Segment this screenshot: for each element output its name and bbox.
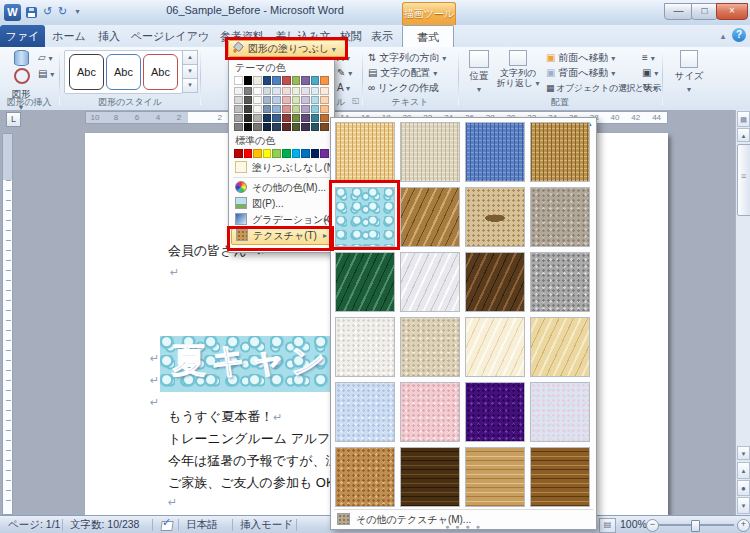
insert-mode-indicator[interactable]: 挿入モード: [240, 516, 293, 533]
standard-color-8[interactable]: [311, 149, 320, 158]
tab-view[interactable]: 表示: [366, 25, 398, 47]
standard-color-6[interactable]: [292, 149, 301, 158]
theme-color-4-variant-3[interactable]: [272, 114, 281, 122]
edit-shape-icon[interactable]: ▱ ▾: [38, 51, 52, 65]
theme-color-6-variant-0[interactable]: [292, 87, 301, 95]
close-button[interactable]: ×: [716, 3, 748, 20]
theme-color-5-variant-1[interactable]: [282, 96, 291, 104]
wrap-text-button[interactable]: 文字列の折り返し ▾: [496, 50, 540, 89]
wordart-dialog-launcher-icon[interactable]: ◱: [352, 94, 360, 108]
standard-color-1[interactable]: [244, 149, 253, 158]
theme-color-1-variant-2[interactable]: [244, 105, 253, 113]
shape-style-3[interactable]: Abc: [143, 54, 178, 90]
theme-color-8-variant-4[interactable]: [311, 123, 320, 131]
theme-color-1-variant-4[interactable]: [244, 123, 253, 131]
theme-color-2-variant-0[interactable]: [253, 87, 262, 95]
language-indicator[interactable]: 日本語: [186, 516, 218, 533]
theme-color-7-variant-3[interactable]: [301, 114, 310, 122]
scrollbar-thumb[interactable]: [737, 144, 750, 216]
standard-color-4[interactable]: [272, 149, 281, 158]
bring-forward-button[interactable]: ▣ 前面へ移動 ▾: [546, 51, 615, 65]
theme-color-3-variant-2[interactable]: [263, 105, 272, 113]
redo-icon[interactable]: ↻: [55, 4, 70, 20]
create-link-button[interactable]: ∞ リンクの作成: [368, 81, 439, 95]
theme-color-0-variant-1[interactable]: [234, 96, 243, 104]
texture-blue-tissue-paper[interactable]: [335, 382, 395, 442]
theme-color-7-variant-0[interactable]: [301, 87, 310, 95]
theme-color-9-variant-1[interactable]: [320, 96, 329, 104]
texture-granite[interactable]: [530, 252, 590, 312]
texture-sand[interactable]: [530, 187, 590, 247]
theme-color-8-variant-0[interactable]: [311, 87, 320, 95]
theme-color-2-variant-1[interactable]: [253, 96, 262, 104]
texture-white-marble[interactable]: [400, 252, 460, 312]
theme-color-5-variant-4[interactable]: [282, 123, 291, 131]
body-line[interactable]: もうすぐ夏本番！↵: [168, 408, 282, 426]
theme-color-6-variant-3[interactable]: [292, 114, 301, 122]
standard-color-5[interactable]: [282, 149, 291, 158]
send-backward-button[interactable]: ▣ 背面へ移動 ▾: [546, 66, 615, 80]
texture-paper-bag[interactable]: [400, 187, 460, 247]
theme-color-4-variant-1[interactable]: [272, 96, 281, 104]
collapse-ribbon-icon[interactable]: ▴: [716, 29, 730, 43]
texture-brown-marble[interactable]: [465, 252, 525, 312]
qat-dropdown-icon[interactable]: ▾: [70, 4, 85, 20]
theme-color-2[interactable]: [253, 76, 262, 85]
view-mode-button[interactable]: ▤: [599, 518, 616, 533]
theme-color-1-variant-3[interactable]: [244, 114, 253, 122]
help-icon[interactable]: ?: [732, 28, 746, 42]
theme-color-9-variant-3[interactable]: [320, 114, 329, 122]
tab-selector-button[interactable]: L: [6, 112, 21, 127]
texture-green-marble[interactable]: [335, 252, 395, 312]
standard-color-7[interactable]: [301, 149, 310, 158]
theme-color-2-variant-2[interactable]: [253, 105, 262, 113]
zoom-in-icon[interactable]: +: [737, 519, 750, 532]
tab-home[interactable]: ホーム: [48, 25, 90, 47]
theme-color-3[interactable]: [263, 76, 272, 85]
theme-color-8-variant-1[interactable]: [311, 96, 320, 104]
position-button[interactable]: 位置▾: [464, 50, 494, 94]
theme-color-5-variant-2[interactable]: [282, 105, 291, 113]
rotate-objects-icon[interactable]: ↻ ▾: [642, 81, 657, 95]
theme-color-9-variant-0[interactable]: [320, 87, 329, 95]
shape-style-2[interactable]: Abc: [106, 54, 141, 90]
texture-papyrus[interactable]: [335, 122, 395, 182]
texture-recycled-paper[interactable]: [400, 317, 460, 377]
spellcheck-icon[interactable]: [160, 519, 173, 530]
menu-item-more-colors[interactable]: その他の色(M)...: [231, 180, 332, 195]
theme-color-3-variant-0[interactable]: [263, 87, 272, 95]
text-direction-button[interactable]: ⇅ 文字列の方向 ▾: [368, 51, 446, 65]
theme-color-2-variant-4[interactable]: [253, 123, 262, 131]
zoom-slider-thumb[interactable]: [691, 520, 700, 532]
texture-newsprint[interactable]: [335, 317, 395, 377]
menu-item-no-fill[interactable]: 塗りつぶしなし(N): [231, 160, 332, 175]
theme-color-4[interactable]: [272, 76, 281, 85]
texture-parchment[interactable]: [465, 317, 525, 377]
align-objects-icon[interactable]: ≡ ▾: [642, 51, 655, 65]
theme-color-0-variant-0[interactable]: [234, 87, 243, 95]
shape-style-1[interactable]: Abc: [69, 54, 104, 90]
theme-color-9-variant-2[interactable]: [320, 105, 329, 113]
menu-item-gradient[interactable]: グラデーション(G)▸: [231, 212, 332, 227]
texture-stationery[interactable]: [530, 317, 590, 377]
standard-color-9[interactable]: [320, 149, 329, 158]
theme-color-4-variant-0[interactable]: [272, 87, 281, 95]
char-count[interactable]: 文字数: 10/238: [70, 516, 139, 533]
maximize-button[interactable]: □: [691, 3, 718, 20]
vertical-scrollbar[interactable]: ▤ ▴ ▾ ▴▴ ● ▾▾: [735, 110, 750, 515]
theme-color-2-variant-3[interactable]: [253, 114, 262, 122]
standard-color-0[interactable]: [234, 149, 243, 158]
tab-format[interactable]: 書式: [402, 25, 454, 48]
minimize-button[interactable]: —: [664, 3, 693, 20]
gallery-resize-grip[interactable]: ● ● ● ●: [331, 524, 596, 529]
theme-color-7-variant-2[interactable]: [301, 105, 310, 113]
theme-color-0-variant-2[interactable]: [234, 105, 243, 113]
theme-color-1-variant-0[interactable]: [244, 87, 253, 95]
texture-cork[interactable]: [335, 447, 395, 507]
theme-color-1[interactable]: [244, 76, 253, 85]
theme-color-7[interactable]: [301, 76, 310, 85]
tab-insert[interactable]: 挿入: [92, 25, 126, 47]
save-icon[interactable]: [26, 7, 37, 18]
body-line[interactable]: トレーニングルーム アルファ: [168, 430, 344, 448]
texture-fish-fossil[interactable]: [465, 187, 525, 247]
